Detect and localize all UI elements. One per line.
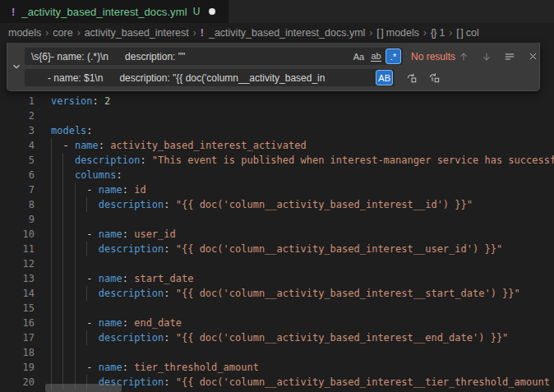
breadcrumb-item[interactable]: [ ]models	[376, 27, 419, 39]
code-line[interactable]: 5 description: "This event is published …	[0, 153, 554, 168]
indent-guide	[75, 301, 76, 316]
replace-input[interactable]	[25, 69, 376, 86]
code-area[interactable]: 1version: 223models:4 - name: activity_b…	[0, 43, 554, 390]
code-line-content: description: "{{ doc('column__activity_b…	[51, 286, 554, 301]
replace-all-icon	[428, 71, 441, 84]
regex-button[interactable]: .*	[385, 48, 401, 64]
tab-filename: _activity_based_interest_docs.yml	[21, 6, 187, 18]
replace-button[interactable]	[403, 70, 419, 86]
code-token: :	[116, 169, 122, 181]
code-token: name	[75, 140, 99, 151]
code-line[interactable]: 2	[0, 108, 554, 123]
code-token	[51, 184, 86, 196]
breadcrumb-item[interactable]: activity_based_interest	[85, 27, 189, 39]
tab-bar: ! _activity_based_interest_docs.yml U	[0, 0, 554, 23]
replace-input-box: AB	[25, 69, 395, 86]
replace-all-button[interactable]	[426, 70, 442, 86]
horizontal-scrollbar[interactable]	[45, 384, 122, 392]
whole-word-button[interactable]: ab	[368, 48, 384, 64]
line-number: 4	[0, 138, 51, 153]
code-line-content: - name: start_date	[51, 271, 554, 286]
indent-guide	[62, 301, 63, 316]
code-token: "{{ doc('column__activity_based_interest…	[176, 288, 520, 299]
breadcrumb-separator: ›	[423, 27, 427, 39]
code-token: -	[86, 273, 98, 284]
line-number: 12	[0, 256, 51, 271]
preserve-case-button[interactable]: AB	[376, 70, 393, 85]
code-line[interactable]: 15	[0, 301, 554, 316]
replace-icon	[405, 71, 418, 84]
code-token: :	[122, 362, 128, 373]
find-input[interactable]	[25, 48, 351, 65]
line-number: 2	[0, 108, 51, 123]
indent-guide	[75, 212, 76, 227]
code-line[interactable]: 17 description: "{{ doc('column__activit…	[0, 330, 554, 345]
code-line[interactable]: 12	[0, 256, 554, 271]
code-line[interactable]: 13 - name: start_date	[0, 271, 554, 286]
code-token: :	[164, 199, 169, 210]
close-find-button[interactable]	[524, 48, 541, 65]
code-token: columns	[75, 169, 117, 181]
line-number: 19	[0, 360, 51, 375]
breadcrumb-item[interactable]: !_activity_based_interest_docs.yml	[201, 27, 366, 39]
code-token	[51, 273, 86, 284]
editor[interactable]: 1version: 223models:4 - name: activity_b…	[0, 43, 554, 392]
modified-dot-icon[interactable]	[209, 8, 215, 15]
code-line[interactable]: 9	[0, 212, 554, 227]
code-line[interactable]: 10 - name: user_id	[0, 227, 554, 242]
code-token: :	[122, 184, 128, 196]
code-line[interactable]: 3models:	[0, 123, 554, 138]
code-token: name	[99, 228, 122, 240]
arrow-down-icon	[481, 51, 492, 62]
code-line[interactable]: 8 description: "{{ doc('column__activity…	[0, 197, 554, 212]
code-line[interactable]: 18	[0, 345, 554, 360]
code-line-content	[51, 256, 554, 271]
tab-active[interactable]: ! _activity_based_interest_docs.yml U	[0, 0, 229, 23]
symbol-icon: [ ]	[376, 27, 382, 39]
breadcrumb-item[interactable]: [ ]col	[456, 27, 478, 39]
breadcrumb-label: models	[8, 27, 41, 39]
code-line-content: - name: end_date	[51, 316, 554, 330]
indent-guide	[75, 345, 76, 360]
toggle-replace-button[interactable]	[7, 43, 25, 90]
breadcrumb-label: 1	[439, 27, 445, 39]
code-token: "This event is published when interest-m…	[152, 154, 554, 166]
code-line[interactable]: 7 - name: id	[0, 182, 554, 197]
code-line[interactable]: 1version: 2	[0, 94, 554, 108]
code-token: :	[164, 332, 169, 344]
match-case-button[interactable]: Aa	[351, 48, 367, 64]
code-line[interactable]: 19 - name: tier_threshold_amount	[0, 360, 554, 375]
code-token	[51, 332, 99, 344]
code-token: :	[140, 154, 145, 166]
code-line[interactable]: 14 description: "{{ doc('column__activit…	[0, 286, 554, 301]
line-number: 18	[0, 345, 51, 360]
code-token: user_id	[134, 228, 176, 240]
previous-match-button[interactable]	[455, 48, 472, 65]
code-line[interactable]: 16 - name: end_date	[0, 316, 554, 330]
code-token	[51, 362, 86, 373]
next-match-button[interactable]	[478, 48, 495, 65]
code-token	[170, 243, 176, 255]
find-in-selection-button[interactable]	[501, 48, 518, 65]
indent-guide	[62, 212, 63, 227]
find-input-box: Aaab.*	[25, 48, 403, 65]
breadcrumb-item[interactable]: {}1	[431, 27, 445, 39]
breadcrumb-item[interactable]: core	[53, 27, 72, 39]
breadcrumb-separator: ›	[77, 27, 81, 39]
code-line-content: - name: user_id	[51, 227, 554, 242]
code-token	[51, 199, 99, 210]
code-line-content: - name: id	[51, 182, 554, 197]
symbol-icon: {}	[431, 27, 436, 39]
line-number: 14	[0, 286, 51, 301]
code-line[interactable]: 11 description: "{{ doc('column__activit…	[0, 242, 554, 256]
breadcrumb-label: col	[466, 27, 479, 39]
breadcrumb-item[interactable]: models	[8, 27, 41, 39]
code-line[interactable]: 6 columns:	[0, 168, 554, 182]
code-token: activity_based_interest_activated	[110, 140, 306, 151]
code-token: name	[99, 184, 122, 196]
breadcrumb-separator: ›	[45, 27, 48, 39]
breadcrumb-label: models	[386, 27, 419, 39]
code-line[interactable]: 4 - name: activity_based_interest_activa…	[0, 138, 554, 153]
line-number: 16	[0, 316, 51, 330]
code-token: :	[164, 376, 169, 388]
